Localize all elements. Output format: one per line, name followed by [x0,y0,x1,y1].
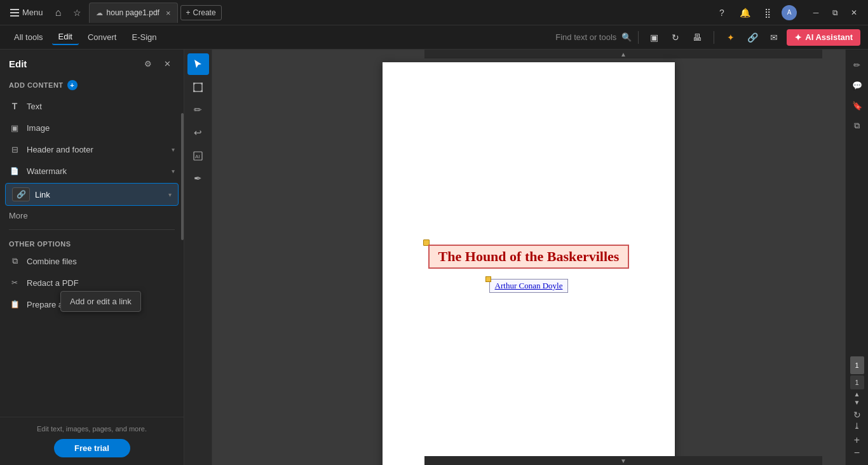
more-label: More [9,211,28,220]
right-comment-button[interactable]: 💬 [848,76,866,94]
draw-tool-button[interactable]: ✏ [187,99,209,121]
add-content-section: ADD CONTENT + [0,76,184,95]
free-trial-button[interactable]: Free trial [54,439,130,457]
sidebar-item-watermark[interactable]: 📄 Watermark ▾ [0,160,184,182]
page-number-box: 1 [850,356,864,374]
minimize-button[interactable]: ─ [807,4,825,22]
svg-point-2 [201,83,203,84]
other-options-label: OTHER OPTIONS [0,235,184,250]
menu-label: Menu [22,8,43,17]
undo-tool-button[interactable]: ↩ [187,122,209,144]
pdf-title: The Hound of the Baskervilles [428,245,630,269]
main-toolbar: All tools Edit Convert E-Sign Find text … [0,25,868,50]
right-panel: ✏ 💬 🔖 ⧉ 1 1 ▲ ▼ ↻ ⤓ + − [845,50,868,465]
sidebar-item-image[interactable]: ▣ Image [0,117,184,138]
home-button[interactable]: ⌂ [48,3,69,23]
right-copy-button[interactable]: ⧉ [848,117,866,135]
sidebar-header-icons: ⚙ ✕ [140,56,175,71]
add-content-plus-button[interactable]: + [67,80,78,90]
sidebar-scroll-handle[interactable] [181,113,184,240]
avatar[interactable]: A [782,5,797,20]
ai-icon-button[interactable]: ✦ [722,29,740,46]
document-tab[interactable]: ☁ houn page1.pdf × [89,3,178,23]
combine-label: Combine files [27,257,175,266]
menu-button[interactable]: Menu [5,5,48,20]
section-divider [9,229,175,230]
link-icon: 🔗 [12,187,30,201]
selection-box-tool-button[interactable] [187,76,209,98]
print-icon-button[interactable]: 🖶 [688,29,706,46]
scroll-top-bar: ▲ [424,50,822,58]
help-button[interactable]: ? [713,4,731,22]
edit-tab[interactable]: Edit [52,29,79,45]
star-button[interactable]: ☆ [69,4,86,22]
pdf-author-container: Arthur Conan Doyle [489,279,569,293]
tab-title: houn page1.pdf [107,8,159,17]
sidebar-item-link[interactable]: 🔗 Link ▾ [5,183,179,206]
zoom-in-button[interactable]: ↻ [853,410,861,420]
sidebar-item-combine[interactable]: ⧉ Combine files [0,250,184,272]
link-tooltip: Add or edit a link [60,291,141,312]
pdf-content: The Hound of the Baskervilles Arthur Con… [383,62,675,465]
zoom-minus-button[interactable]: − [854,447,860,459]
scroll-top-icon[interactable]: ▲ [620,51,627,58]
scroll-bottom-icon[interactable]: ▼ [620,457,627,464]
page-number: 1 [855,361,858,369]
page-down-button[interactable]: ▼ [854,399,860,406]
redact-label: Redact a PDF [27,278,175,288]
all-tools-tab[interactable]: All tools [8,30,50,44]
page-controls: 1 1 ▲ ▼ ↻ ⤓ + − [850,356,864,461]
sidebar-item-redact[interactable]: ✂ Redact a PDF [0,272,184,293]
ai-label: AI Assistant [805,32,853,42]
vertical-toolbar: ✏ ↩ AI ✒ [184,50,212,465]
restore-button[interactable]: ⧉ [826,4,844,22]
tab-cloud-icon: ☁ [96,9,103,17]
add-content-label: ADD CONTENT [9,81,64,89]
find-box: Find text or tools 🔍 [555,32,632,42]
more-button[interactable]: More [0,207,184,224]
toolbar-right-icons: ▣ ↻ 🖶 ✦ 🔗 ✉ ✦ AI Assistant [645,29,860,46]
hamburger-icon [10,9,19,17]
pdf-author-pin [485,276,491,282]
link-icon-button[interactable]: 🔗 [743,29,761,46]
sidebar-item-header-footer[interactable]: ⊟ Header and footer ▾ [0,138,184,160]
window-controls: ─ ⧉ ✕ [807,4,863,22]
select-tool-button[interactable] [187,53,209,75]
new-tab-button[interactable]: + Create [180,5,222,20]
free-trial-label: Free trial [74,443,109,453]
pdf-canvas-area[interactable]: ▲ The Hound of the Baskervilles Arthur C… [212,50,845,465]
mail-icon-button[interactable]: ✉ [765,29,783,46]
photo-icon-button[interactable]: ▣ [645,29,663,46]
esign-tab[interactable]: E-Sign [125,30,163,44]
svg-point-3 [193,90,195,92]
pdf-title-container: The Hound of the Baskervilles [428,245,630,269]
svg-rect-0 [194,83,202,91]
page-indicator: 1 [850,375,864,389]
notifications-button[interactable]: 🔔 [736,4,754,22]
close-button[interactable]: ✕ [845,4,863,22]
find-icon[interactable]: 🔍 [621,32,632,42]
plus-icon: + [186,8,191,17]
download-button[interactable]: ⤓ [853,421,860,431]
watermark-icon: 📄 [9,165,20,177]
page-up-button[interactable]: ▲ [854,391,860,398]
text-edit-tool-button[interactable]: AI [187,145,209,166]
right-bookmark-button[interactable]: 🔖 [848,97,866,114]
refresh-icon-button[interactable]: ↻ [667,29,684,46]
svg-text:AI: AI [195,154,200,159]
pdf-author: Arthur Conan Doyle [489,279,569,293]
right-edit-button[interactable]: ✏ [848,56,866,74]
signature-tool-button[interactable]: ✒ [187,168,209,189]
convert-tab[interactable]: Convert [81,30,123,44]
find-text[interactable]: Find text or tools [555,32,616,42]
sidebar-settings-button[interactable]: ⚙ [140,56,156,71]
sidebar-item-text[interactable]: T Text [0,95,184,117]
zoom-plus-button[interactable]: + [854,435,860,446]
tab-close-icon[interactable]: × [166,8,171,18]
ai-assistant-button[interactable]: ✦ AI Assistant [787,29,860,46]
sidebar-close-button[interactable]: ✕ [159,56,175,71]
text-icon: T [9,100,20,112]
svg-point-4 [201,90,203,92]
link-arrow: ▾ [168,191,172,198]
apps-button[interactable]: ⣿ [759,4,776,22]
